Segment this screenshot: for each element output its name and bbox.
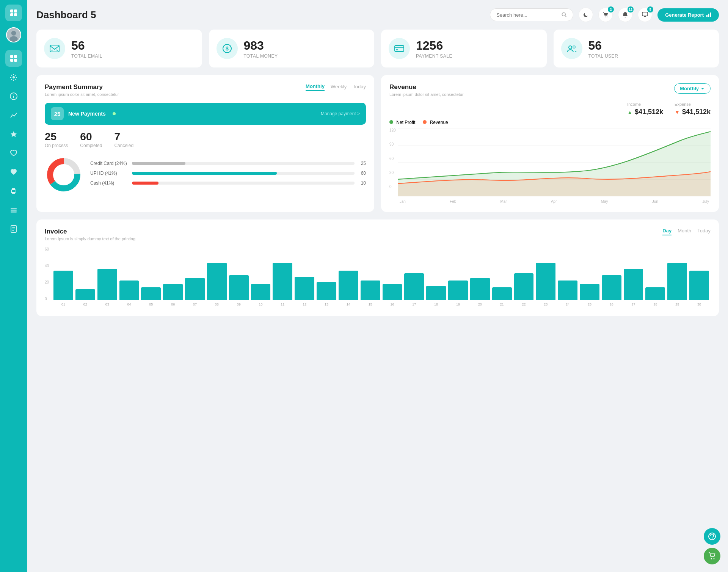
search-box[interactable] <box>490 8 573 21</box>
sidebar-item-chart[interactable] <box>5 107 22 124</box>
cash-val: 10 <box>358 180 366 186</box>
revenue-header: Revenue Lorem ipsum dolor sit amet, cons… <box>389 83 711 97</box>
email-label: TOTAL EMAIL <box>71 53 102 59</box>
income-value: ▲ $41,512k <box>627 108 663 116</box>
search-input[interactable] <box>496 12 559 18</box>
invoice-bar <box>536 263 555 300</box>
expense-block: Expense ▼ $41,512k <box>675 102 711 116</box>
sidebar-item-document[interactable] <box>5 221 22 237</box>
bar-column <box>361 281 380 300</box>
manage-payment-link[interactable]: Manage payment > <box>321 111 360 116</box>
invoice-bar <box>207 263 227 300</box>
user-icon-wrap <box>561 38 582 59</box>
chat-icon <box>642 12 648 18</box>
invoice-card: Invoice Lorem Ipsum is simply dummy text… <box>36 219 719 316</box>
bar-label: 03 <box>97 302 117 306</box>
sidebar-item-settings[interactable] <box>5 69 22 86</box>
progress-cash: Cash (41%) 10 <box>90 180 366 186</box>
invoice-chart-container: 60 40 20 0 01020304050607080910111213141… <box>45 247 711 308</box>
inv-y-0: 0 <box>45 297 49 301</box>
bell-icon <box>622 12 628 18</box>
invoice-bar <box>470 278 490 300</box>
payment-breakdown: Credit Card (24%) 25 UPI ID (41%) 60 <box>45 156 366 195</box>
invoice-bar <box>624 269 643 300</box>
bar-label: 26 <box>602 302 621 306</box>
tab-today[interactable]: Today <box>353 84 366 91</box>
sidebar-item-list[interactable] <box>5 202 22 218</box>
sidebar-item-info[interactable] <box>5 88 22 105</box>
bar-label: 21 <box>492 302 512 306</box>
y-axis-labels: 120 90 60 30 0 <box>389 128 396 196</box>
bar-column <box>404 273 424 300</box>
inv-y-40: 40 <box>45 264 49 268</box>
invoice-bar <box>163 284 183 300</box>
invoice-bar <box>339 271 358 300</box>
x-label-jun: Jun <box>652 199 658 204</box>
sidebar-item-star[interactable] <box>5 126 22 143</box>
support-fab[interactable] <box>704 528 720 545</box>
avatar[interactable] <box>6 27 21 42</box>
bar-x-labels: 0102030405060708091011121314151617181920… <box>52 302 711 306</box>
invoice-bar <box>119 281 139 300</box>
sidebar-item-print[interactable] <box>5 183 22 199</box>
sidebar-item-heart-solid[interactable] <box>5 164 22 180</box>
cart-btn[interactable]: 2 <box>598 8 613 22</box>
svg-rect-20 <box>11 210 17 211</box>
bell-btn[interactable]: 12 <box>618 8 632 22</box>
progress-upi: UPI ID (41%) 60 <box>90 171 366 176</box>
bar-label: 02 <box>75 302 95 306</box>
bar-column <box>448 281 468 300</box>
svg-line-36 <box>56 50 58 51</box>
sidebar-logo[interactable] <box>5 5 22 21</box>
svg-rect-39 <box>395 45 404 52</box>
bar-column <box>667 263 687 300</box>
search-icon <box>562 12 567 18</box>
tab-monthly[interactable]: Monthly <box>306 83 325 91</box>
cash-bar-wrap <box>132 182 355 185</box>
credit-card-bar <box>132 162 185 165</box>
money-count: 983 <box>244 39 278 53</box>
bar-label: 22 <box>514 302 534 306</box>
cart-fab-icon <box>708 552 716 560</box>
generate-report-button[interactable]: Generate Report <box>657 8 719 22</box>
email-icon <box>49 43 60 54</box>
stat-card-payment: 1256 PAYMENT SALE <box>381 30 547 67</box>
sidebar-item-dashboard[interactable] <box>5 50 22 67</box>
inv-tab-month[interactable]: Month <box>678 228 691 235</box>
inv-tab-day[interactable]: Day <box>662 228 672 235</box>
bar-chart <box>52 247 711 300</box>
invoice-bar <box>97 269 117 300</box>
chat-badge: 5 <box>647 6 653 13</box>
bar-column <box>536 263 555 300</box>
sidebar <box>0 0 27 572</box>
invoice-bar <box>514 273 534 300</box>
bar-chart-icon <box>706 12 711 17</box>
email-icon-wrap <box>44 38 65 59</box>
chat-btn[interactable]: 5 <box>638 8 652 22</box>
cart-fab[interactable] <box>704 548 720 564</box>
revenue-dot <box>423 120 427 124</box>
dark-mode-toggle[interactable] <box>579 8 593 22</box>
sidebar-item-heart-outline[interactable] <box>5 145 22 161</box>
tab-weekly[interactable]: Weekly <box>331 84 347 91</box>
invoice-bar <box>580 284 599 300</box>
bar-label: 30 <box>689 302 709 306</box>
invoice-bar <box>229 275 249 300</box>
svg-rect-17 <box>12 192 15 194</box>
svg-text:$: $ <box>226 45 229 52</box>
bar-label: 20 <box>470 302 490 306</box>
svg-point-11 <box>13 76 15 78</box>
revenue-title: Revenue <box>389 83 464 91</box>
expense-icon: ▼ <box>675 109 680 115</box>
payment-summary-title: Payment Summary <box>45 83 119 91</box>
invoice-bar <box>383 284 402 300</box>
bar-column <box>163 284 183 300</box>
revenue-monthly-dropdown[interactable]: Monthly <box>674 83 711 94</box>
svg-rect-8 <box>14 55 17 58</box>
inv-y-60: 60 <box>45 247 49 251</box>
revenue-legend: Net Profit Revenue <box>389 120 711 125</box>
payment-stats-mini: 25 On process 60 Completed 7 Canceled <box>45 131 366 148</box>
canceled-label: Canceled <box>114 143 133 148</box>
inv-tab-today[interactable]: Today <box>697 228 711 235</box>
bar-column <box>141 287 161 300</box>
